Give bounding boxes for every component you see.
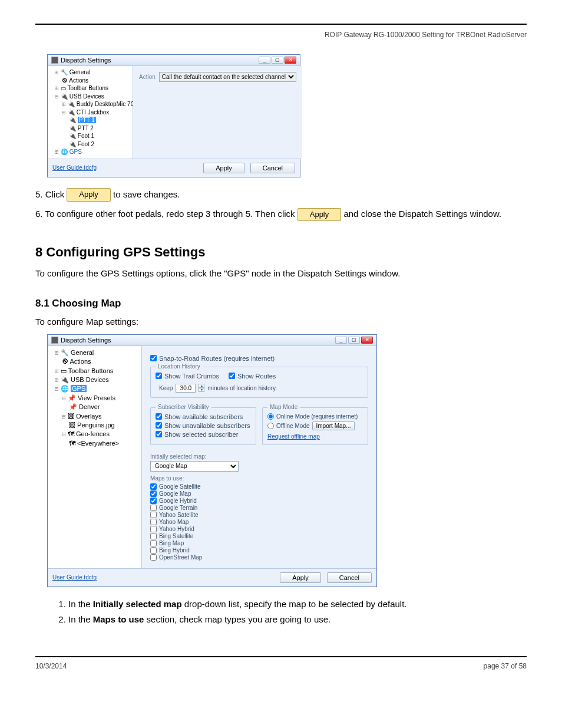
request-offline-map-link[interactable]: Request offline map xyxy=(267,433,320,440)
maximize-button[interactable]: ▢ xyxy=(348,337,360,344)
tree2-denver[interactable]: Denver xyxy=(79,403,100,410)
tree2-toolbar[interactable]: Toolbar Buttons xyxy=(68,367,113,374)
inline-apply-button-2: Apply xyxy=(297,208,342,222)
map-bing-map[interactable] xyxy=(150,540,157,546)
map-mode-legend: Map Mode xyxy=(267,404,300,410)
map-yahoo-hybrid[interactable] xyxy=(150,526,157,532)
step-5: 5. Click Apply to save changes. xyxy=(35,188,527,202)
section-heading-gps: 8 Configuring GPS Settings xyxy=(35,245,527,260)
minimize-button[interactable]: _ xyxy=(259,57,270,64)
map-openstreet[interactable] xyxy=(150,554,157,561)
online-mode-label: Online Mode (requires internet) xyxy=(276,413,358,420)
tree-foot1[interactable]: Foot 1 xyxy=(78,133,94,139)
tree-actions[interactable]: Actions xyxy=(69,77,88,84)
keep-tail-label: minutes of location history. xyxy=(207,385,277,391)
tree-buddy-mic[interactable]: Buddy DesktopMic 7G xyxy=(77,101,135,107)
map-google-satellite[interactable] xyxy=(150,483,157,490)
tree-foot2[interactable]: Foot 2 xyxy=(78,141,94,147)
tree2-everywhere[interactable]: <Everywhere> xyxy=(77,440,119,447)
tree2-penguins[interactable]: Penguins.jpg xyxy=(77,421,115,429)
tree-usb-devices[interactable]: USB Devices xyxy=(70,93,104,100)
maps-list: Google Satellite Google Map Google Hybri… xyxy=(150,483,368,561)
map-google-hybrid[interactable] xyxy=(150,498,157,504)
initially-selected-map-select[interactable]: Google Map xyxy=(150,461,239,472)
tree-pane[interactable]: ⊞🔧 General 🛇 Actions ⊞▭ Toolbar Buttons … xyxy=(48,66,133,159)
footer-page: page 37 of 58 xyxy=(484,662,527,670)
keep-minutes-input[interactable] xyxy=(176,384,196,393)
initially-selected-label: Initially selected map: xyxy=(150,453,368,460)
settings-content: Action Call the default contact on the s… xyxy=(133,66,302,159)
show-selected-checkbox[interactable] xyxy=(156,431,162,437)
titlebar-2: Dispatch Settings _ ▢ ✕ xyxy=(48,335,376,346)
offline-mode-radio[interactable] xyxy=(267,423,274,429)
map-bing-satellite[interactable] xyxy=(150,533,157,539)
apply-button-2[interactable]: Apply xyxy=(280,572,321,583)
titlebar: Dispatch Settings _ ▢ ✕ xyxy=(48,55,300,66)
tree2-gps[interactable]: GPS xyxy=(71,385,87,392)
window-controls: _ ▢ ✕ xyxy=(259,57,296,64)
action-select[interactable]: Call the default contact on the selected… xyxy=(159,72,296,82)
header-path: ROIP Gateway RG-1000/2000 Setting for TR… xyxy=(325,31,527,39)
tree-toolbar-buttons[interactable]: Toolbar Buttons xyxy=(68,85,109,91)
bottom-rule xyxy=(35,656,527,657)
keep-label: Keep xyxy=(159,385,173,391)
map-bing-hybrid[interactable] xyxy=(150,547,157,554)
snap-to-road-checkbox[interactable] xyxy=(150,355,157,361)
spin-up[interactable]: ▴ xyxy=(199,384,204,388)
settings-content-2: Snap-to-Road Routes (requires internet) … xyxy=(142,346,376,568)
map-step-1: In the Initially selected map drop-down … xyxy=(68,598,527,611)
footer-date: 10/3/2014 xyxy=(35,662,67,670)
tree-ptt1[interactable]: PTT 1 xyxy=(78,117,96,123)
map-yahoo-satellite[interactable] xyxy=(150,512,157,518)
tree2-overlays[interactable]: Overlays xyxy=(76,413,101,420)
cancel-button[interactable]: Cancel xyxy=(250,163,295,173)
minimize-button[interactable]: _ xyxy=(335,337,347,344)
show-trail-label: Show Trail Crumbs xyxy=(164,373,219,380)
location-history-group: Location History Show Trail Crumbs Show … xyxy=(150,367,368,398)
tree-gps[interactable]: GPS xyxy=(70,149,82,155)
subscriber-visibility-group: Subscriber Visibility Show available sub… xyxy=(150,407,256,445)
tree2-general[interactable]: General xyxy=(71,349,94,356)
cancel-button-2[interactable]: Cancel xyxy=(327,572,372,583)
tree-general[interactable]: General xyxy=(70,69,91,75)
show-trail-checkbox[interactable] xyxy=(156,373,162,379)
tree2-geofences[interactable]: Geo-fences xyxy=(76,430,110,437)
app-icon xyxy=(51,57,58,64)
spin-down[interactable]: ▾ xyxy=(199,388,204,392)
map-google-map[interactable] xyxy=(150,490,157,497)
action-label: Action xyxy=(139,74,156,80)
subsection-heading-map: 8.1 Choosing Map xyxy=(35,298,527,309)
maximize-button[interactable]: ▢ xyxy=(272,57,283,64)
show-routes-checkbox[interactable] xyxy=(229,373,235,379)
tree2-view-presets[interactable]: View Presets xyxy=(78,394,115,401)
show-available-label: Show available subscribers xyxy=(164,413,243,420)
snap-to-road-label: Snap-to-Road Routes (requires internet) xyxy=(159,355,275,362)
map-mode-group: Map Mode Online Mode (requires internet)… xyxy=(262,407,368,445)
tree2-usb[interactable]: USB Devices xyxy=(71,376,109,383)
map-google-terrain[interactable] xyxy=(150,505,157,511)
apply-button[interactable]: Apply xyxy=(203,163,244,173)
show-selected-label: Show selected subscriber xyxy=(164,431,238,438)
show-unavailable-checkbox[interactable] xyxy=(156,422,162,429)
user-guide-link[interactable]: User Guide.tdcfg xyxy=(52,164,97,171)
map-steps: In the Initially selected map drop-down … xyxy=(68,598,527,627)
map-intro: To configure Map settings: xyxy=(35,315,527,328)
tree-cti-jackbox[interactable]: CTI Jackbox xyxy=(77,109,110,116)
close-button[interactable]: ✕ xyxy=(361,337,373,344)
tree-ptt2[interactable]: PTT 2 xyxy=(78,125,94,131)
tree2-actions[interactable]: Actions xyxy=(70,358,91,365)
show-routes-label: Show Routes xyxy=(237,373,276,380)
app-icon xyxy=(51,337,58,344)
subscriber-visibility-legend: Subscriber Visibility xyxy=(156,404,211,410)
import-map-button[interactable]: Import Map... xyxy=(312,421,355,430)
user-guide-link-2[interactable]: User Guide.tdcfg xyxy=(52,574,97,581)
map-yahoo-map[interactable] xyxy=(150,519,157,525)
maps-to-use-label: Maps to use: xyxy=(150,475,368,482)
show-available-checkbox[interactable] xyxy=(156,413,162,420)
close-button[interactable]: ✕ xyxy=(285,57,296,64)
inline-apply-button: Apply xyxy=(67,188,111,202)
online-mode-radio[interactable] xyxy=(267,413,274,420)
location-history-legend: Location History xyxy=(156,363,203,370)
window-footer: User Guide.tdcfg Apply Cancel xyxy=(48,159,300,177)
tree-pane-2[interactable]: ⊞🔧 General 🛇 Actions ⊞▭ Toolbar Buttons … xyxy=(48,346,142,568)
